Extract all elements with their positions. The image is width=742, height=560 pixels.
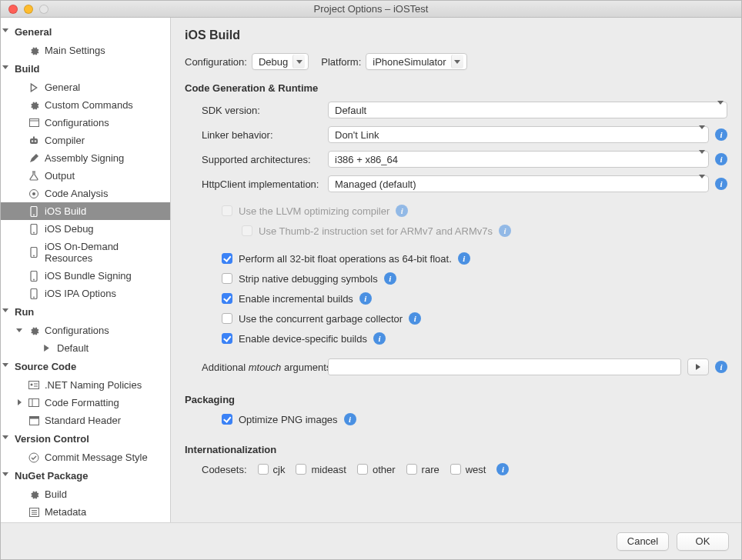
sidebar-item-output[interactable]: Output — [1, 167, 170, 185]
sidebar-item-standard-header[interactable]: Standard Header — [1, 412, 170, 429]
sidebar-item-custom-commands[interactable]: Custom Commands — [1, 96, 170, 114]
chevron-down-icon — [2, 28, 8, 32]
info-icon[interactable]: i — [715, 178, 727, 190]
info-icon[interactable]: i — [458, 252, 470, 265]
configuration-select[interactable]: Debug — [252, 53, 309, 70]
optimize-png-checkbox[interactable] — [222, 414, 232, 425]
sidebar-item-code-analysis[interactable]: Code Analysis — [1, 185, 170, 202]
sidebar-item-run-default[interactable]: Default — [1, 339, 170, 357]
sidebar-item-run-configurations[interactable]: Configurations — [1, 322, 170, 339]
codeset-other-checkbox[interactable] — [357, 464, 368, 475]
codeset-west-checkbox[interactable] — [450, 464, 461, 475]
info-icon[interactable]: i — [715, 153, 727, 165]
sidebar-section-build[interactable]: Build — [1, 59, 170, 78]
sidebar-section-run[interactable]: Run — [1, 302, 170, 322]
sidebar-item-ios-build[interactable]: iOS Build — [1, 202, 170, 220]
id-card-icon — [28, 380, 39, 391]
info-icon[interactable]: i — [344, 413, 356, 425]
project-options-window: Project Options – iOSTest General Main S… — [0, 0, 742, 560]
zoom-window-button[interactable] — [39, 5, 48, 14]
info-icon[interactable]: i — [496, 463, 509, 475]
info-icon[interactable]: i — [373, 332, 386, 345]
device-specific-checkbox[interactable] — [222, 333, 232, 344]
httpclient-select[interactable]: Managed (default) — [328, 175, 709, 192]
gear-icon — [28, 45, 39, 56]
svg-point-17 — [33, 296, 35, 298]
titlebar: Project Options – iOSTest — [1, 1, 741, 18]
sidebar-item-build-general[interactable]: General — [1, 78, 170, 96]
incremental-builds-row: Enable incremental builds i — [185, 292, 727, 305]
supported-arch-select[interactable]: i386 + x86_64 — [328, 151, 709, 168]
info-icon[interactable]: i — [715, 361, 727, 373]
sidebar-item-main-settings[interactable]: Main Settings — [1, 42, 170, 59]
svg-rect-0 — [29, 119, 38, 127]
svg-rect-2 — [30, 138, 38, 144]
codeset-mideast-checkbox[interactable] — [296, 464, 306, 475]
strip-symbols-row: Strip native debugging symbols i — [185, 272, 727, 285]
svg-point-3 — [32, 140, 33, 142]
thumb2-checkbox — [242, 225, 252, 236]
info-icon[interactable]: i — [396, 205, 408, 217]
info-icon[interactable]: i — [384, 272, 396, 285]
chevron-down-icon — [699, 178, 705, 190]
triangle-right-icon — [696, 364, 700, 370]
info-icon[interactable]: i — [499, 225, 511, 237]
incremental-builds-checkbox[interactable] — [222, 293, 232, 304]
section-packaging: Packaging — [185, 394, 727, 405]
play-icon — [28, 82, 39, 93]
phone-icon — [28, 206, 39, 217]
linker-behavior-select[interactable]: Don't Link — [328, 126, 709, 143]
codeset-cjk-checkbox[interactable] — [258, 464, 269, 475]
sidebar-item-compiler[interactable]: Compiler — [1, 132, 170, 149]
minimize-window-button[interactable] — [24, 5, 33, 14]
codeset-rare-checkbox[interactable] — [406, 464, 417, 475]
close-window-button[interactable] — [8, 5, 18, 14]
platform-select[interactable]: iPhoneSimulator — [366, 53, 466, 70]
ok-button[interactable]: OK — [677, 532, 729, 551]
mtouch-arguments-input[interactable] — [328, 358, 681, 375]
section-code-generation: Code Generation & Runtime — [185, 82, 727, 94]
strip-symbols-checkbox[interactable] — [222, 273, 232, 284]
sidebar-item-ios-bundle-signing[interactable]: iOS Bundle Signing — [1, 267, 170, 285]
cancel-button[interactable]: Cancel — [617, 532, 669, 551]
supported-arch-label: Supported architectures: — [185, 154, 328, 165]
mtouch-expand-button[interactable] — [687, 358, 709, 375]
sidebar-item-assembly-signing[interactable]: Assembly Signing — [1, 149, 170, 167]
sidebar-section-source-code[interactable]: Source Code — [1, 357, 170, 376]
chevron-down-icon — [699, 154, 705, 165]
play-icon — [41, 343, 52, 354]
sidebar-item-ios-ondemand[interactable]: iOS On-Demand Resources — [1, 238, 170, 267]
codesets-label: Codesets: — [202, 464, 247, 475]
concurrent-gc-checkbox[interactable] — [222, 313, 232, 324]
svg-rect-22 — [29, 399, 39, 407]
svg-rect-5 — [33, 136, 35, 138]
sidebar-item-code-formatting[interactable]: Code Formatting — [1, 394, 170, 412]
chevron-down-icon — [451, 55, 463, 68]
info-icon[interactable]: i — [715, 128, 727, 141]
window-icon — [28, 118, 39, 128]
layout-icon — [28, 398, 39, 408]
chevron-down-icon — [2, 472, 8, 476]
section-internationalization: Internationalization — [185, 444, 727, 455]
svg-rect-25 — [29, 416, 38, 418]
info-icon[interactable]: i — [409, 312, 421, 325]
sidebar-item-ios-debug[interactable]: iOS Debug — [1, 220, 170, 238]
sidebar-section-general[interactable]: General — [1, 22, 170, 42]
sidebar-item-nuget-metadata[interactable]: Metadata — [1, 503, 170, 521]
sidebar-section-nuget[interactable]: NuGet Package — [1, 466, 170, 485]
sidebar-item-ios-ipa-options[interactable]: iOS IPA Options — [1, 285, 170, 302]
float-ops-checkbox[interactable] — [222, 253, 232, 264]
sidebar-item-net-naming[interactable]: .NET Naming Policies — [1, 376, 170, 394]
chevron-down-icon — [2, 65, 8, 69]
svg-point-7 — [32, 192, 35, 195]
sidebar-item-nuget-build[interactable]: Build — [1, 485, 170, 503]
platform-label: Platform: — [321, 56, 361, 68]
sdk-version-select[interactable]: Default — [328, 102, 727, 118]
llvm-checkbox — [222, 205, 232, 216]
sidebar-item-configurations[interactable]: Configurations — [1, 114, 170, 132]
sidebar-section-version-control[interactable]: Version Control — [1, 429, 170, 448]
info-icon[interactable]: i — [359, 292, 372, 305]
gear-icon — [28, 100, 39, 111]
sidebar-item-commit-message-style[interactable]: Commit Message Style — [1, 448, 170, 466]
device-specific-row: Enable device-specific builds i — [185, 332, 727, 345]
